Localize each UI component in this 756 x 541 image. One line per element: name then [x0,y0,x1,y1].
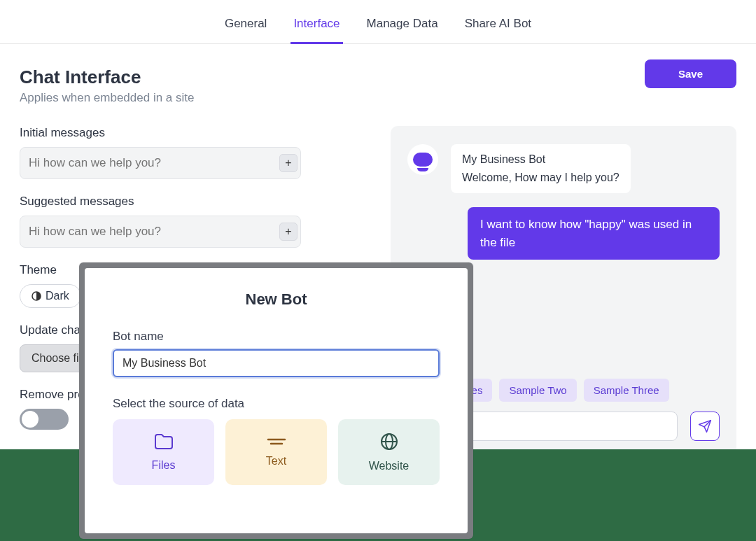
tab-general[interactable]: General [222,11,270,43]
page-title: Chat Interface [20,66,195,88]
tab-interface[interactable]: Interface [290,11,342,43]
send-icon [698,419,712,433]
source-files-card[interactable]: Files [113,419,214,485]
suggestion-chip-2[interactable]: Sample Two [499,379,576,402]
source-text-label: Text [266,455,286,468]
user-message: I want to know how "happy" was used in t… [468,207,720,260]
bot-greeting: Welcome, How may I help you? [462,169,620,186]
modal-title: New Bot [113,290,440,309]
text-icon [267,437,286,447]
initial-messages-label: Initial messages [20,126,370,140]
bot-avatar-icon [407,144,438,175]
bot-message: My Business Bot Welcome, How may I help … [451,144,631,193]
source-text-card[interactable]: Text [225,419,327,485]
toggle-knob [22,411,38,428]
source-website-card[interactable]: Website [338,419,440,485]
page-subtitle: Applies when embedded in a site [20,91,195,105]
new-bot-modal: New Bot Bot name Select the source of da… [79,262,473,539]
suggestion-chip-3[interactable]: Sample Three [584,379,669,402]
globe-icon [379,432,399,451]
add-suggested-message-button[interactable]: + [279,223,298,241]
save-button[interactable]: Save [645,59,736,88]
source-files-label: Files [152,459,176,472]
tabs-bar: General Interface Manage Data Share AI B… [0,0,756,44]
suggested-messages-label: Suggested messages [20,195,370,209]
source-website-label: Website [369,460,410,472]
bot-name: My Business Bot [462,151,620,168]
theme-dark-chip[interactable]: Dark [20,284,81,308]
add-initial-message-button[interactable]: + [279,154,298,172]
theme-dark-label: Dark [46,290,69,302]
send-button[interactable] [690,412,720,441]
bot-name-label: Bot name [113,330,440,344]
tab-manage-data[interactable]: Manage Data [364,11,441,43]
source-label: Select the source of data [113,397,440,411]
tab-share[interactable]: Share AI Bot [462,11,534,43]
bot-name-input[interactable] [113,349,440,377]
remove-profile-toggle[interactable] [20,409,69,430]
folder-icon [153,433,174,451]
half-circle-icon [31,291,41,301]
suggested-messages-input[interactable] [29,219,279,244]
initial-messages-input[interactable] [29,150,279,176]
